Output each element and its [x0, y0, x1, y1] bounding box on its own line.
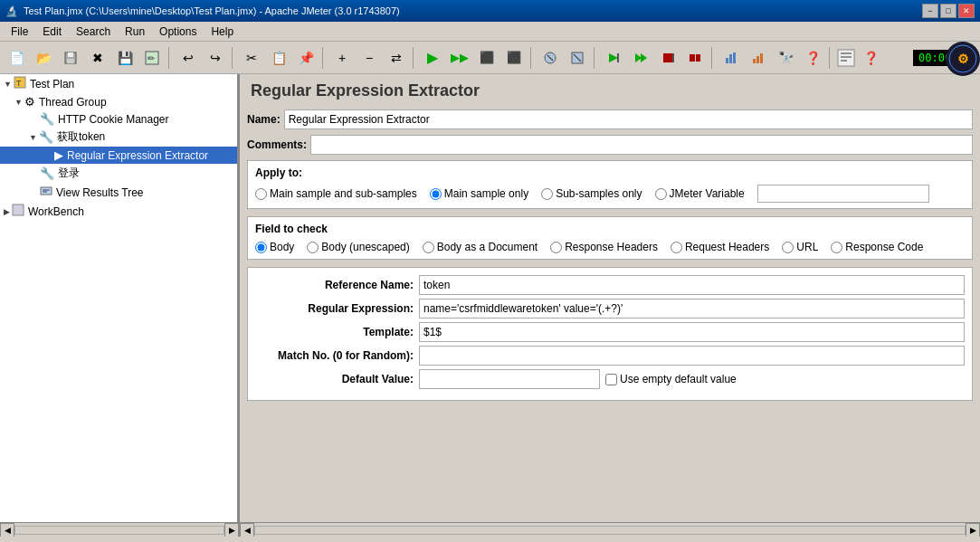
field-body-doc-label[interactable]: Body as a Document: [423, 241, 538, 253]
tree-item-login[interactable]: 🔧 登录: [0, 164, 237, 183]
regex-row: Regular Expression:: [255, 299, 965, 319]
right-scroll-track[interactable]: [254, 526, 966, 535]
default-value-input[interactable]: [419, 369, 600, 389]
field-body-unescaped-label[interactable]: Body (unescaped): [307, 241, 409, 253]
tree-item-get-token[interactable]: ▼ 🔧 获取token: [0, 128, 237, 147]
new-button[interactable]: 📄: [4, 45, 29, 71]
close-button[interactable]: ✕: [958, 4, 975, 18]
field-response-headers-label[interactable]: Response Headers: [550, 241, 658, 253]
clear-button[interactable]: [538, 45, 563, 71]
field-response-headers-radio[interactable]: [550, 242, 562, 253]
apply-sub-only-label[interactable]: Sub-samples only: [541, 187, 642, 200]
scroll-right-btn[interactable]: ▶: [224, 523, 239, 537]
panel-title: Regular Expression Extractor: [247, 81, 973, 100]
regex-extractor-label: Regular Expression Extractor: [67, 149, 208, 162]
menu-options[interactable]: Options: [152, 24, 204, 40]
scroll-left-btn[interactable]: ◀: [0, 523, 14, 537]
help-button[interactable]: ❓: [800, 45, 825, 71]
shutdown-button[interactable]: ⬛: [501, 45, 527, 71]
field-response-code-label[interactable]: Response Code: [831, 241, 923, 253]
menu-help[interactable]: Help: [204, 24, 241, 40]
undo-button[interactable]: ↩: [176, 45, 201, 71]
field-body-radio[interactable]: [255, 242, 267, 253]
apply-main-sub-radio[interactable]: [255, 188, 267, 200]
edit-button[interactable]: ✏: [139, 45, 165, 71]
menu-search[interactable]: Search: [69, 24, 118, 40]
cut-button[interactable]: ✂: [239, 45, 264, 71]
scroll-right-right-btn[interactable]: ▶: [966, 523, 980, 537]
stop-button[interactable]: ⬛: [474, 45, 500, 71]
template-input[interactable]: [419, 322, 965, 342]
field-body-label[interactable]: Body: [255, 241, 294, 253]
apply-main-sub-label[interactable]: Main sample and sub-samples: [255, 187, 417, 200]
menu-edit[interactable]: Edit: [35, 24, 69, 40]
use-empty-default-label[interactable]: Use empty default value: [605, 373, 737, 385]
field-url-label[interactable]: URL: [782, 241, 818, 253]
question-button[interactable]: ❓: [858, 45, 883, 71]
clear-all-button[interactable]: [565, 45, 590, 71]
save-all-button[interactable]: [58, 45, 83, 71]
minimize-button[interactable]: −: [922, 4, 938, 18]
name-input[interactable]: [284, 109, 973, 129]
binoculars-button[interactable]: 🔭: [773, 45, 798, 71]
expand-button[interactable]: +: [329, 45, 355, 71]
use-empty-default-checkbox[interactable]: [605, 374, 617, 385]
redo-button[interactable]: ↪: [203, 45, 228, 71]
menu-file[interactable]: File: [4, 24, 35, 40]
left-scrollbar: ◀ ▶: [0, 523, 240, 537]
apply-sub-only-text: Sub-samples only: [556, 187, 642, 200]
reference-name-input[interactable]: [419, 275, 965, 295]
toggle-button[interactable]: ⇄: [384, 45, 409, 71]
apply-main-only-radio[interactable]: [430, 188, 442, 200]
save-button[interactable]: 💾: [112, 45, 138, 71]
svg-text:⚙: ⚙: [957, 52, 969, 66]
template-row: Template:: [255, 322, 965, 342]
field-url-radio[interactable]: [782, 242, 794, 253]
match-no-input[interactable]: [419, 346, 965, 366]
apply-jmeter-var-radio[interactable]: [655, 188, 667, 200]
svg-rect-31: [41, 187, 52, 195]
apply-jmeter-var-label[interactable]: JMeter Variable: [655, 187, 745, 200]
left-scroll-track[interactable]: [14, 526, 224, 535]
tree-item-http-cookie[interactable]: 🔧 HTTP Cookie Manager: [0, 110, 237, 128]
copy-button[interactable]: 📋: [266, 45, 291, 71]
apply-main-only-label[interactable]: Main sample only: [430, 187, 528, 200]
apply-main-sub-text: Main sample and sub-samples: [270, 187, 417, 200]
regex-input[interactable]: [419, 299, 965, 319]
scroll-right-left-btn[interactable]: ◀: [240, 523, 254, 537]
paste-button[interactable]: 📌: [293, 45, 319, 71]
tree-item-regex-extractor[interactable]: ▶ Regular Expression Extractor: [0, 147, 237, 164]
field-body-doc-radio[interactable]: [423, 242, 434, 253]
tree-item-view-results[interactable]: View Results Tree: [0, 183, 237, 202]
report-button[interactable]: [718, 45, 744, 71]
remote-stop-all-button[interactable]: [682, 45, 708, 71]
collapse-button[interactable]: −: [357, 45, 382, 71]
field-to-check-title: Field to check: [255, 223, 965, 235]
run-no-pause-button[interactable]: ▶▶: [447, 45, 472, 71]
svg-rect-20: [753, 59, 756, 63]
comments-input[interactable]: [310, 135, 973, 155]
field-body-unescaped-radio[interactable]: [307, 242, 319, 253]
tree-item-test-plan[interactable]: ▼ T Test Plan: [0, 74, 237, 93]
field-request-headers-label[interactable]: Request Headers: [671, 241, 769, 253]
jmeter-variable-input[interactable]: [757, 185, 929, 203]
field-body-unescaped-text: Body (unescaped): [321, 241, 409, 253]
open-button[interactable]: 📂: [31, 45, 56, 71]
tree-item-workbench[interactable]: ▶ WorkBench: [0, 202, 237, 221]
remote-start-all-button[interactable]: [628, 45, 653, 71]
field-body-doc-text: Body as a Document: [437, 241, 538, 253]
remote-stop-button[interactable]: [655, 45, 680, 71]
comments-row: Comments:: [247, 135, 973, 155]
field-request-headers-radio[interactable]: [671, 242, 682, 253]
match-no-label: Match No. (0 for Random):: [255, 349, 414, 362]
menu-run[interactable]: Run: [118, 24, 152, 40]
remote-start-button[interactable]: [601, 45, 626, 71]
apply-sub-only-radio[interactable]: [541, 188, 553, 200]
aggregate-button[interactable]: [746, 45, 771, 71]
run-button[interactable]: ▶: [420, 45, 445, 71]
close-file-button[interactable]: ✖: [85, 45, 110, 71]
field-response-code-radio[interactable]: [831, 242, 842, 253]
menubar: File Edit Search Run Options Help: [0, 22, 980, 42]
maximize-button[interactable]: □: [940, 4, 956, 18]
tree-item-thread-group[interactable]: ▼ ⚙ Thread Group: [0, 93, 237, 110]
